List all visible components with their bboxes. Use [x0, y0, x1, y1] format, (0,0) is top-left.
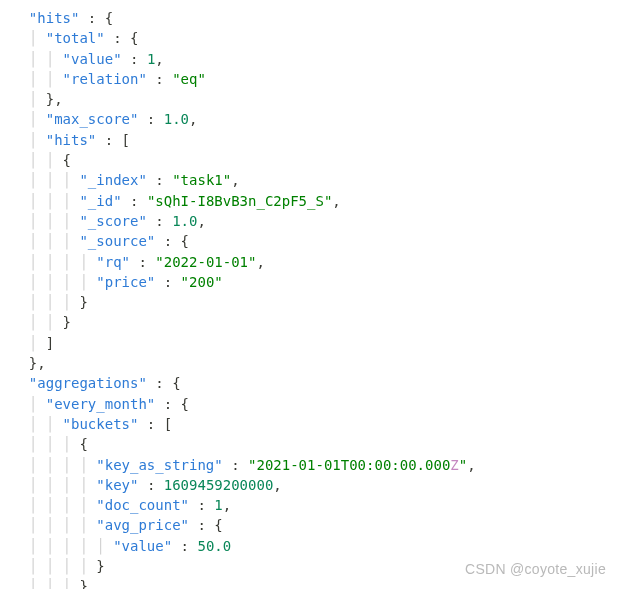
json-code-block: "hits" : { │ "total" : { │ │ "value" : 1…	[12, 8, 608, 589]
key-key-as-string: "key_as_string"	[96, 457, 222, 473]
key-value: "value"	[63, 51, 122, 67]
key-key: "key"	[96, 477, 138, 493]
value-task1: "task1"	[172, 172, 231, 188]
value-id: "sQhI-I8BvB3n_C2pF5_S"	[147, 193, 332, 209]
value-key: 1609459200000	[164, 477, 274, 493]
value-max-score: 1.0	[164, 111, 189, 127]
key-relation: "relation"	[63, 71, 147, 87]
value-key-as-string: "2021-01-01T00:00:00.000	[248, 457, 450, 473]
key-doc-count: "doc_count"	[96, 497, 189, 513]
value-rq: "2022-01-01"	[155, 254, 256, 270]
key-score: "_score"	[79, 213, 146, 229]
key-hits-array: "hits"	[46, 132, 97, 148]
key-buckets: "buckets"	[63, 416, 139, 432]
key-index: "_index"	[79, 172, 146, 188]
key-id: "_id"	[79, 193, 121, 209]
value-score: 1.0	[172, 213, 197, 229]
key-source: "_source"	[79, 233, 155, 249]
key-rq: "rq"	[96, 254, 130, 270]
key-price: "price"	[96, 274, 155, 290]
key-avg-value: "value"	[113, 538, 172, 554]
key-max-score: "max_score"	[46, 111, 139, 127]
value-avg: 50.0	[197, 538, 231, 554]
value-doc-count: 1	[214, 497, 222, 513]
value-eq: "eq"	[172, 71, 206, 87]
key-hits: "hits"	[29, 10, 80, 26]
key-total: "total"	[46, 30, 105, 46]
key-avg-price: "avg_price"	[96, 517, 189, 533]
key-every-month: "every_month"	[46, 396, 156, 412]
key-aggregations: "aggregations"	[29, 375, 147, 391]
value-price: "200"	[181, 274, 223, 290]
